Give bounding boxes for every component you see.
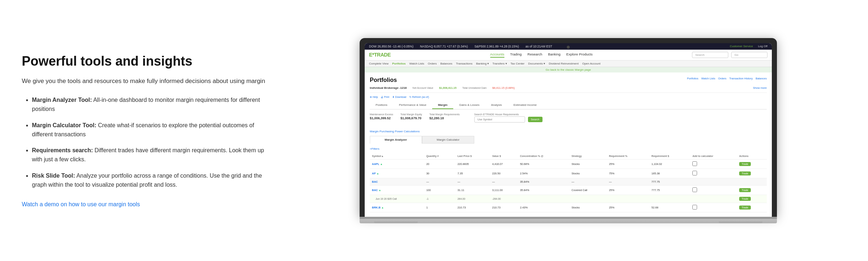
th-actions: Actions bbox=[737, 153, 767, 160]
laptop-hinge bbox=[360, 217, 777, 219]
right-link-balances[interactable]: Balances bbox=[756, 77, 767, 80]
td-actions-sub: Trade bbox=[737, 195, 767, 203]
sp500-ticker: S&P500 2,961.89 +4.28 (0.15%) bbox=[474, 45, 519, 48]
subnav-tax-center[interactable]: Tax Center bbox=[511, 62, 525, 65]
td-symbol: BAC ▲ bbox=[370, 185, 424, 195]
search-house-label: Search E*TRADE House Requirements bbox=[474, 113, 542, 116]
right-link-portfolios[interactable]: Portfolios bbox=[687, 77, 698, 80]
subnav-portfolios[interactable]: Portfolios bbox=[392, 62, 406, 65]
tab-positions[interactable]: Positions bbox=[370, 102, 393, 109]
table-row: AP ▲ 30 7.35 220.50 2.54% Stocks 75% 165… bbox=[370, 169, 767, 178]
trade-button[interactable]: Trade bbox=[739, 162, 751, 166]
td-req-val-sub bbox=[649, 195, 690, 203]
symbol-search-input[interactable] bbox=[474, 116, 525, 123]
margin-table-wrapper: Symbol ▴ Quantity # Last Price $ Value $… bbox=[370, 153, 767, 212]
tab-gains-losses[interactable]: Gains & Losses bbox=[453, 102, 485, 109]
nav-trading[interactable]: Trading bbox=[510, 52, 522, 58]
subnav-orders[interactable]: Orders bbox=[428, 62, 437, 65]
nav-search-box[interactable]: Search bbox=[692, 52, 728, 58]
refresh-link[interactable]: ↻ Refresh (as of) bbox=[409, 96, 429, 99]
td-qty-sub: -1 bbox=[424, 195, 455, 203]
show-more-link[interactable]: Show more bbox=[753, 86, 767, 90]
td-add-calc-sub bbox=[690, 195, 737, 203]
search-button[interactable]: Search bbox=[528, 117, 542, 122]
td-symbol-sub: Jun 19 20 $35 Call bbox=[370, 195, 424, 203]
customer-service-link[interactable]: Customer Service bbox=[730, 45, 753, 48]
add-calc-checkbox[interactable] bbox=[692, 187, 697, 192]
filters-toggle[interactable]: >Filters bbox=[370, 147, 379, 150]
tab-margin-analyzer[interactable]: Margin Analyzer bbox=[370, 136, 422, 144]
help-link[interactable]: ⊕ Help bbox=[370, 96, 378, 99]
td-conc-sub bbox=[518, 195, 569, 203]
nav-explore[interactable]: Explore Products bbox=[566, 52, 593, 58]
nav-research[interactable]: Research bbox=[528, 52, 542, 58]
metrics-row: Maintenance Excess $1,006,399.52 Total M… bbox=[370, 113, 767, 126]
right-link-orders[interactable]: Orders bbox=[718, 77, 726, 80]
td-symbol: AAPL ▲ bbox=[370, 159, 424, 169]
nav-banking[interactable]: Banking bbox=[548, 52, 560, 58]
trade-button[interactable]: Trade bbox=[739, 188, 751, 192]
metric-equity-label: Total Margin Equity bbox=[401, 113, 422, 116]
add-calc-checkbox[interactable] bbox=[692, 205, 697, 210]
subnav-transactions[interactable]: Transactions bbox=[456, 62, 472, 65]
add-calc-checkbox[interactable] bbox=[692, 161, 697, 166]
tab-margin-calculator[interactable]: Margin Calculator bbox=[422, 136, 475, 144]
laptop-mockup: DOW 26,850.56 -13.46 (-0.05%) NASDAQ 8,0… bbox=[360, 38, 777, 223]
td-strategy: — bbox=[569, 178, 607, 185]
td-last: 31.11 bbox=[455, 185, 490, 195]
trade-button[interactable]: Trade bbox=[739, 197, 751, 201]
right-link-watchlists[interactable]: Watch Lists bbox=[701, 77, 715, 80]
tab-estimated-income[interactable]: Estimated Income bbox=[508, 102, 542, 109]
nav-accounts[interactable]: Accounts bbox=[490, 52, 504, 58]
margin-calculations-link[interactable]: Margin Purchasing Power Calculations bbox=[370, 130, 767, 133]
td-value: — bbox=[490, 178, 518, 185]
download-link[interactable]: ⬇ Download bbox=[392, 96, 406, 99]
search-house-req: Search E*TRADE House Requirements Search bbox=[474, 113, 542, 126]
subnav-documents[interactable]: Documents ▾ bbox=[528, 62, 545, 65]
account-name: Individual Brokerage -1218 bbox=[370, 86, 407, 90]
bullet-bold-1: Margin Analyzer Tool: bbox=[32, 97, 92, 103]
add-calc-checkbox[interactable] bbox=[692, 171, 697, 175]
subnav-watchlists[interactable]: Watch Lists bbox=[409, 62, 424, 65]
td-req-pct: 25% bbox=[607, 203, 649, 212]
tab-analysis[interactable]: Analysis bbox=[485, 102, 508, 109]
nav-search-area: Search Go bbox=[692, 52, 767, 58]
log-off-link[interactable]: Log Off bbox=[758, 45, 767, 48]
subnav-dividend[interactable]: Dividend Reinvestment bbox=[549, 62, 578, 65]
td-req-pct-sub bbox=[607, 195, 649, 203]
go-back-banner[interactable]: Go back to the classic Margin page bbox=[365, 67, 772, 72]
account-row: Individual Brokerage -1218 Net Account V… bbox=[370, 86, 767, 93]
print-link[interactable]: 🖨 Print bbox=[381, 96, 389, 99]
subnav-open-account[interactable]: Open Account bbox=[582, 62, 600, 65]
td-actions: Trade bbox=[737, 159, 767, 169]
td-req-pct: 75% bbox=[607, 169, 649, 178]
tab-performance[interactable]: Performance & Value bbox=[393, 102, 432, 109]
metric-maintenance: Maintenance Excess $1,006,399.52 bbox=[370, 113, 393, 126]
net-account-value: $1,008,411.15 bbox=[439, 86, 456, 90]
td-value: 4,416.07 bbox=[490, 159, 518, 169]
td-last: 7.35 bbox=[455, 169, 490, 178]
th-symbol: Symbol ▴ bbox=[370, 153, 424, 160]
main-nav: E*TRADE Accounts Trading Research Bankin… bbox=[365, 50, 772, 61]
td-last: 220.8835 bbox=[455, 159, 490, 169]
list-item: Margin Calculator Tool: Create what-if s… bbox=[32, 121, 269, 139]
trade-button[interactable]: Trade bbox=[739, 206, 751, 210]
watch-demo-link[interactable]: Watch a demo on how to use our margin to… bbox=[22, 201, 140, 207]
intro-text: We give you the tools and resources to m… bbox=[22, 76, 269, 86]
tab-margin[interactable]: Margin bbox=[432, 102, 453, 109]
subnav-complete-view[interactable]: Complete View bbox=[369, 62, 389, 65]
metric-req-label: Total Margin Requirements bbox=[429, 113, 460, 116]
td-conc: 35.84% bbox=[518, 185, 569, 195]
subnav-balances[interactable]: Balances bbox=[441, 62, 453, 65]
ticker-items: DOW 26,850.56 -13.46 (-0.05%) NASDAQ 8,0… bbox=[369, 45, 552, 48]
subnav-transfers[interactable]: Transfers ▾ bbox=[492, 62, 507, 65]
right-link-transaction-history[interactable]: Transaction History bbox=[729, 77, 753, 80]
trade-button[interactable]: Trade bbox=[739, 171, 751, 175]
table-row: BAC — — — 35.84% — — 777.75 bbox=[370, 178, 767, 185]
margin-table: Symbol ▴ Quantity # Last Price $ Value $… bbox=[370, 153, 767, 212]
td-strategy-sub bbox=[569, 195, 607, 203]
td-actions: Trade bbox=[737, 169, 767, 178]
subnav-banking[interactable]: Banking ▾ bbox=[476, 62, 489, 65]
nav-search-box2[interactable]: Go bbox=[731, 52, 767, 58]
page-title: Powerful tools and insights bbox=[22, 53, 269, 69]
